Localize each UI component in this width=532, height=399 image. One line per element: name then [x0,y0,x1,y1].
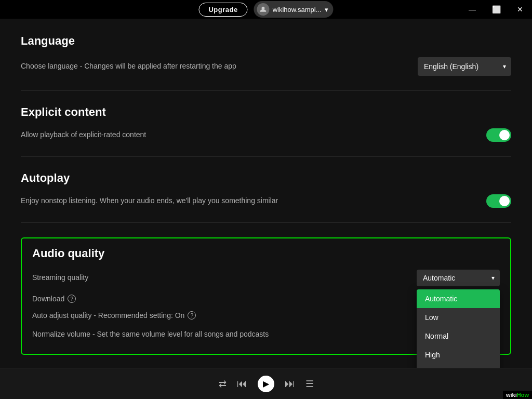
download-text: Download [32,295,64,303]
autoplay-toggle[interactable] [486,194,511,208]
avatar [257,3,270,16]
auto-adjust-text: Auto adjust quality - Recommended settin… [32,311,184,320]
streaming-quality-label: Streaming quality [32,273,88,283]
autoplay-title: Autoplay [21,171,511,185]
language-dropdown-wrapper: English (English) English (English) [418,57,511,76]
language-row: Choose language - Changes will be applie… [21,53,511,80]
upgrade-button[interactable]: Upgrade [198,3,247,17]
play-button[interactable]: ▶ [258,376,274,392]
language-title: Language [21,34,511,48]
streaming-dropdown-button[interactable]: Automatic [417,270,500,286]
previous-icon[interactable]: ⏮ [237,378,247,390]
autoplay-description: Enjoy nonstop listening. When your audio… [21,196,278,206]
user-menu-button[interactable]: wikihow.sampl... ▾ [254,1,334,18]
queue-icon[interactable]: ☰ [305,378,314,390]
minimize-button[interactable]: — [460,0,484,19]
wikihow-suffix: How [517,392,529,398]
explicit-section: Explicit content Allow playback of expli… [21,105,511,157]
download-label: Download ? [32,295,76,303]
normalize-label: Normalize volume - Set the same volume l… [32,329,269,340]
dropdown-item-very-high[interactable]: Very high [417,364,500,368]
auto-adjust-label: Auto adjust quality - Recommended settin… [32,311,196,320]
shuffle-icon[interactable]: ⇄ [219,378,227,390]
auto-adjust-help-icon[interactable]: ? [188,311,196,320]
titlebar: Upgrade wikihow.sampl... ▾ — ⬜ ✕ [0,0,532,19]
dropdown-item-automatic[interactable]: Automatic [417,289,500,308]
titlebar-center: Upgrade wikihow.sampl... ▾ [198,1,333,18]
autoplay-section: Autoplay Enjoy nonstop listening. When y… [21,171,511,223]
player-bar: ⇄ ⏮ ▶ ⏭ ☰ [0,368,532,399]
svg-point-0 [262,7,265,10]
username-label: wikihow.sampl... [273,6,322,14]
language-description: Choose language - Changes will be applie… [21,61,236,72]
explicit-row: Allow playback of explicit-rated content [21,124,511,146]
chevron-down-icon: ▾ [325,6,328,14]
explicit-title: Explicit content [21,105,511,119]
window-controls: — ⬜ ✕ [460,0,532,19]
close-button[interactable]: ✕ [508,0,532,19]
maximize-button[interactable]: ⬜ [484,0,508,19]
next-icon[interactable]: ⏭ [285,378,295,390]
autoplay-row: Enjoy nonstop listening. When your audio… [21,190,511,212]
audio-quality-title: Audio quality [32,247,500,260]
dropdown-item-normal[interactable]: Normal [417,327,500,345]
dropdown-item-low[interactable]: Low [417,308,500,327]
dropdown-item-high[interactable]: High [417,345,500,364]
settings-content: Language Choose language - Changes will … [0,19,532,368]
explicit-description: Allow playback of explicit-rated content [21,130,146,140]
wikihow-prefix: wiki [506,392,517,398]
streaming-dropdown-menu: Automatic Low Normal High Very high [417,289,500,368]
explicit-toggle[interactable] [486,128,511,142]
download-help-icon[interactable]: ? [68,295,76,303]
streaming-dropdown-container: Automatic Automatic Low Normal High Very… [417,270,500,286]
language-section: Language Choose language - Changes will … [21,34,511,91]
wikihow-badge: wikiHow [503,391,532,399]
audio-quality-section: Audio quality Streaming quality Automati… [21,237,511,355]
streaming-quality-row: Streaming quality Automatic Automatic Lo… [32,265,500,290]
